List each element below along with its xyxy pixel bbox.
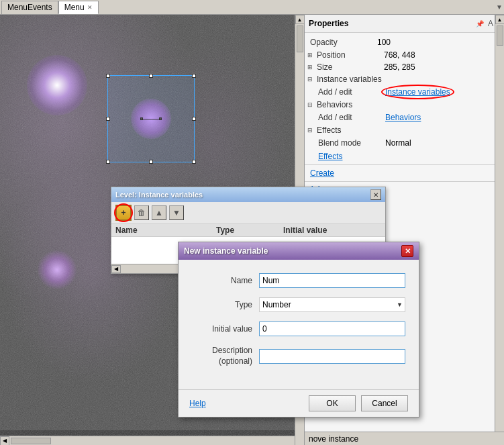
glow-bottom-left bbox=[37, 250, 77, 290]
effects-section[interactable]: ⊟ Effects bbox=[305, 124, 504, 136]
new-var-body: Name Type Number Text Boolean ▼ Initial … bbox=[179, 260, 419, 389]
properties-title: Properties bbox=[309, 19, 348, 28]
type-select[interactable]: Number Text Boolean bbox=[259, 297, 405, 312]
initial-value-input[interactable] bbox=[259, 322, 405, 336]
type-form-label: Type bbox=[192, 300, 259, 309]
handle-bl[interactable] bbox=[106, 160, 110, 164]
instance-vars-link[interactable]: Instance variables bbox=[385, 87, 450, 97]
effects-link-row: Effects bbox=[305, 150, 504, 163]
add-var-button[interactable]: + bbox=[115, 205, 132, 221]
size-section[interactable]: ⊞ Size 285, 285 bbox=[305, 61, 504, 73]
delete-var-button[interactable]: 🗑 bbox=[134, 205, 149, 220]
help-link[interactable]: Help bbox=[189, 399, 206, 408]
footer-buttons: OK Cancel bbox=[309, 395, 408, 411]
prop-separator bbox=[305, 164, 504, 165]
size-toggle: ⊞ bbox=[307, 64, 314, 70]
prop-scroll-thumb[interactable] bbox=[497, 26, 503, 46]
move-down-button[interactable]: ▼ bbox=[169, 205, 184, 220]
opacity-row: Opacity 100 bbox=[305, 36, 504, 49]
anchor-h bbox=[140, 117, 162, 120]
new-var-title: New instance variable bbox=[184, 246, 268, 256]
behaviors-section[interactable]: ⊟ Behaviors bbox=[305, 99, 504, 111]
prop-scroll-up[interactable]: ▲ bbox=[495, 15, 505, 24]
up-icon: ▲ bbox=[155, 208, 163, 217]
anchor-line-h bbox=[143, 119, 159, 119]
position-value: 768, 448 bbox=[384, 50, 501, 60]
size-label: Size bbox=[317, 62, 384, 72]
behaviors-label: Behaviors bbox=[317, 100, 352, 109]
add-var-circle-highlight bbox=[114, 203, 133, 222]
tab-dropdown-arrow[interactable]: ▼ bbox=[496, 3, 503, 11]
hscroll-left[interactable]: ◀ bbox=[111, 265, 121, 273]
blend-mode-row: Blend mode Normal bbox=[305, 136, 504, 150]
size-value: 285, 285 bbox=[384, 62, 501, 72]
tab-menu-close[interactable]: ✕ bbox=[87, 4, 93, 11]
new-var-close-btn[interactable]: ✕ bbox=[401, 245, 413, 257]
type-form-row: Type Number Text Boolean ▼ bbox=[192, 297, 405, 312]
properties-header: Properties 📌 A↓ bbox=[305, 15, 504, 33]
col-type-header: Type bbox=[216, 226, 283, 235]
instance-vars-add-row: Add / edit Instance variables bbox=[305, 85, 504, 99]
opacity-value: 100 bbox=[377, 38, 499, 47]
create-row: Create bbox=[305, 166, 504, 180]
selection-box[interactable] bbox=[107, 75, 195, 162]
new-var-footer: Help OK Cancel bbox=[179, 389, 419, 417]
instance-vars-section[interactable]: ⊟ Instance variables bbox=[305, 73, 504, 85]
new-var-dialog: New instance variable ✕ Name Type Number… bbox=[178, 242, 419, 417]
name-input[interactable] bbox=[259, 273, 405, 288]
behaviors-link[interactable]: Behaviors bbox=[385, 113, 421, 122]
instance-vars-columns: Name Type Initial value bbox=[111, 224, 385, 237]
scroll-up-btn[interactable]: ▲ bbox=[295, 15, 305, 24]
tab-bar: MenuEvents Menu ✕ ▼ bbox=[0, 0, 504, 15]
handle-ml[interactable] bbox=[106, 117, 110, 121]
tab-menu-label: Menu bbox=[64, 3, 85, 12]
delete-icon: 🗑 bbox=[138, 208, 146, 217]
handle-br[interactable] bbox=[192, 160, 196, 164]
canvas-hscrollbar[interactable]: ◀ bbox=[0, 436, 295, 445]
handle-mr[interactable] bbox=[192, 117, 196, 121]
blend-mode-value: Normal bbox=[385, 138, 499, 148]
tab-menu-events[interactable]: MenuEvents bbox=[1, 1, 58, 14]
cancel-button[interactable]: Cancel bbox=[361, 395, 408, 411]
handle-tm[interactable] bbox=[149, 74, 153, 78]
create-link[interactable]: Create bbox=[310, 168, 334, 178]
handle-tr[interactable] bbox=[192, 74, 196, 78]
desc-form-label: Description(optional) bbox=[192, 346, 259, 366]
pin-icon[interactable]: 📌 bbox=[476, 20, 484, 28]
prop-status: nove instance bbox=[305, 432, 504, 445]
blend-mode-label: Blend mode bbox=[318, 138, 385, 148]
hscroll-thumb[interactable] bbox=[11, 438, 51, 444]
description-input[interactable] bbox=[259, 349, 405, 364]
name-form-label: Name bbox=[192, 276, 259, 285]
initial-form-label: Initial value bbox=[192, 324, 259, 334]
effects-link[interactable]: Effects bbox=[318, 152, 342, 161]
handle-tl[interactable] bbox=[106, 74, 110, 78]
prop-separator2 bbox=[305, 181, 504, 182]
instance-vars-toggle: ⊟ bbox=[307, 76, 314, 83]
instance-vars-toolbar: + 🗑 ▲ ▼ bbox=[111, 202, 385, 224]
behaviors-add-label: Add / edit bbox=[318, 113, 385, 122]
opacity-label: Opacity bbox=[310, 38, 377, 47]
instance-vars-close-btn[interactable]: ✕ bbox=[370, 189, 381, 200]
behaviors-add-row: Add / edit Behaviors bbox=[305, 111, 504, 124]
col-initial-header: Initial value bbox=[283, 226, 381, 235]
glow-top-left bbox=[27, 55, 87, 115]
prop-vscrollbar[interactable]: ▲ bbox=[495, 15, 504, 432]
name-form-row: Name bbox=[192, 273, 405, 288]
instance-vars-add-label: Add / edit bbox=[318, 87, 385, 97]
instance-vars-title: Level: Instance variables bbox=[115, 191, 203, 199]
hscroll-left-btn[interactable]: ◀ bbox=[0, 436, 9, 446]
prop-status-text: nove instance bbox=[309, 434, 358, 444]
handle-bm[interactable] bbox=[149, 160, 153, 164]
type-select-wrapper: Number Text Boolean ▼ bbox=[259, 297, 405, 312]
tab-menu[interactable]: Menu ✕ bbox=[58, 1, 99, 14]
effects-toggle: ⊟ bbox=[307, 127, 314, 134]
new-var-titlebar: New instance variable ✕ bbox=[179, 242, 419, 260]
move-up-button[interactable]: ▲ bbox=[152, 205, 166, 220]
position-label: Position bbox=[317, 50, 384, 60]
initial-form-row: Initial value bbox=[192, 322, 405, 336]
position-section[interactable]: ⊞ Position 768, 448 bbox=[305, 49, 504, 61]
ok-button[interactable]: OK bbox=[309, 395, 356, 411]
scroll-thumb[interactable] bbox=[297, 26, 303, 52]
anchor-dot-r bbox=[159, 117, 162, 120]
